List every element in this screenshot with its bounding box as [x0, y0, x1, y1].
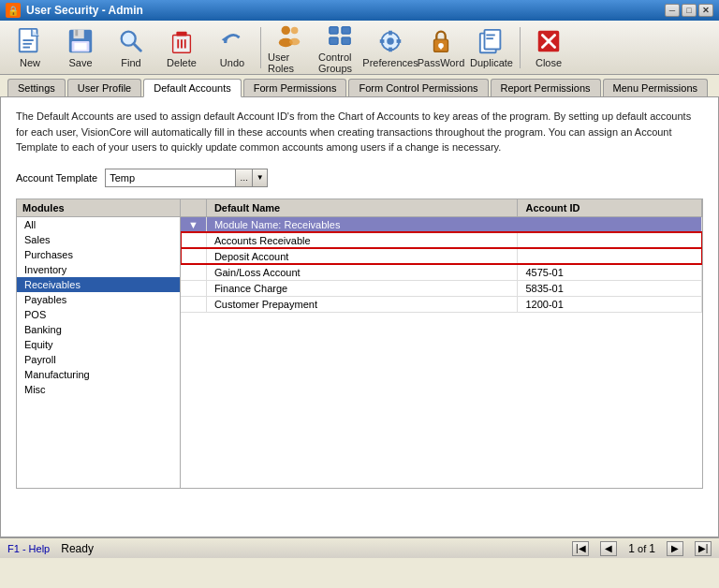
svg-rect-36 [486, 34, 494, 36]
user-roles-button[interactable]: User Roles [265, 24, 314, 71]
delete-icon [167, 27, 197, 55]
modules-panel: Modules All Sales Purchases Inventory Re… [17, 199, 181, 488]
svg-rect-3 [23, 46, 31, 48]
svg-rect-30 [397, 39, 402, 43]
close-label: Close [536, 57, 562, 68]
save-icon [66, 27, 95, 55]
module-item-inventory[interactable]: Inventory [17, 262, 180, 277]
table-row-deposit-account[interactable]: Deposit Account [181, 248, 702, 264]
tab-user-profile[interactable]: User Profile [67, 79, 141, 96]
table-row-gainloss[interactable]: Gain/Loss Account 4575-01 [181, 264, 702, 280]
window-title: User Security - Admin [26, 4, 659, 17]
group-header-receivables[interactable]: ▼ Module Name: Receivables [181, 216, 702, 232]
tab-report-permissions[interactable]: Report Permissions [491, 79, 601, 96]
svg-rect-22 [342, 26, 350, 34]
module-item-purchases[interactable]: Purchases [17, 247, 180, 262]
row-arrow-cell [181, 296, 206, 312]
row-account-id: 1200-01 [518, 296, 702, 312]
account-template-label: Account Template [16, 172, 97, 184]
svg-point-20 [289, 37, 300, 45]
table-row-customer-prepayment[interactable]: Customer Prepayment 1200-01 [181, 296, 702, 312]
module-item-misc[interactable]: Misc [17, 382, 180, 397]
module-item-receivables[interactable]: Receivables [17, 277, 180, 292]
arrow-col-header [181, 199, 206, 217]
row-account-id: 5835-01 [518, 280, 702, 296]
svg-rect-12 [176, 31, 186, 36]
new-label: New [20, 57, 40, 68]
module-item-manufacturing[interactable]: Manufacturing [17, 367, 180, 382]
maximize-button[interactable]: □ [682, 4, 697, 17]
module-item-payroll[interactable]: Payroll [17, 352, 180, 367]
row-arrow-cell [181, 280, 206, 296]
data-table: Default Name Account ID ▼ Module Name: R… [181, 199, 702, 313]
svg-rect-5 [74, 29, 84, 37]
close-button[interactable]: Close [524, 24, 573, 71]
svg-rect-23 [330, 37, 338, 44]
toolbar: New Save Find Delete Undo User Roles [0, 21, 719, 75]
page-prev-button[interactable]: ◀ [600, 541, 617, 556]
tab-settings[interactable]: Settings [7, 79, 66, 96]
tab-menu-permissions[interactable]: Menu Permissions [603, 79, 708, 96]
undo-icon [217, 27, 247, 55]
module-item-payables[interactable]: Payables [17, 292, 180, 307]
preferences-button[interactable]: Preferences [366, 24, 415, 71]
module-item-banking[interactable]: Banking [17, 322, 180, 337]
svg-rect-28 [389, 47, 392, 51]
row-account-id [518, 248, 702, 264]
account-template-input[interactable] [105, 169, 236, 187]
minimize-button[interactable]: ─ [665, 4, 680, 17]
undo-button[interactable]: Undo [208, 24, 257, 71]
page-next-button[interactable]: ▶ [667, 541, 683, 556]
find-icon [116, 27, 146, 55]
svg-rect-21 [330, 26, 338, 34]
tab-form-permissions[interactable]: Form Permissions [243, 79, 347, 96]
row-arrow-cell [181, 232, 206, 248]
svg-rect-6 [75, 29, 78, 36]
row-account-id: 4575-01 [518, 264, 702, 280]
close-window-button[interactable]: ✕ [698, 4, 713, 17]
col-default-name: Default Name [206, 199, 518, 217]
row-arrow-cell [181, 264, 206, 280]
user-roles-label: User Roles [268, 51, 311, 74]
preferences-label: Preferences [362, 57, 418, 68]
preferences-icon [375, 27, 405, 55]
svg-rect-29 [380, 39, 385, 43]
delete-label: Delete [167, 57, 197, 68]
status-bar: F1 - Help Ready |◀ ◀ 1 of 1 ▶ ▶| [0, 537, 719, 558]
table-row-accounts-receivable[interactable]: Accounts Receivable [181, 232, 702, 248]
separator-2 [520, 27, 521, 68]
row-account-id [518, 232, 702, 248]
combo-dropdown-button[interactable]: ▼ [253, 169, 268, 187]
module-item-pos[interactable]: POS [17, 307, 180, 322]
help-link[interactable]: F1 - Help [7, 543, 50, 554]
password-button[interactable]: PassWord [417, 24, 465, 71]
tab-form-control-permissions[interactable]: Form Control Permissions [348, 79, 488, 96]
row-default-name: Gain/Loss Account [206, 264, 518, 280]
module-item-all[interactable]: All [17, 217, 180, 232]
window-controls: ─ □ ✕ [665, 4, 713, 17]
tab-default-accounts[interactable]: Default Accounts [143, 79, 242, 97]
combo-ellipsis-button[interactable]: … [236, 169, 253, 187]
find-button[interactable]: Find [107, 24, 155, 71]
group-name-cell: Module Name: Receivables [206, 216, 701, 232]
new-icon [15, 27, 45, 55]
password-icon [426, 27, 456, 55]
control-groups-button[interactable]: Control Groups [315, 24, 364, 71]
control-groups-label: Control Groups [318, 51, 361, 74]
col-account-id: Account ID [518, 199, 702, 217]
table-row-finance-charge[interactable]: Finance Charge 5835-01 [181, 280, 702, 296]
group-arrow-cell: ▼ [181, 216, 206, 232]
module-item-sales[interactable]: Sales [17, 232, 180, 247]
data-area: Modules All Sales Purchases Inventory Re… [16, 198, 703, 489]
new-button[interactable]: New [6, 24, 54, 71]
module-item-equity[interactable]: Equity [17, 337, 180, 352]
page-first-button[interactable]: |◀ [572, 541, 589, 556]
svg-rect-8 [74, 42, 86, 50]
svg-rect-1 [23, 39, 34, 41]
page-last-button[interactable]: ▶| [695, 541, 712, 556]
save-button[interactable]: Save [56, 24, 105, 71]
duplicate-button[interactable]: Duplicate [467, 24, 516, 71]
modules-header: Modules [17, 199, 180, 217]
delete-button[interactable]: Delete [157, 24, 206, 71]
title-bar: 🔒 User Security - Admin ─ □ ✕ [0, 0, 719, 21]
